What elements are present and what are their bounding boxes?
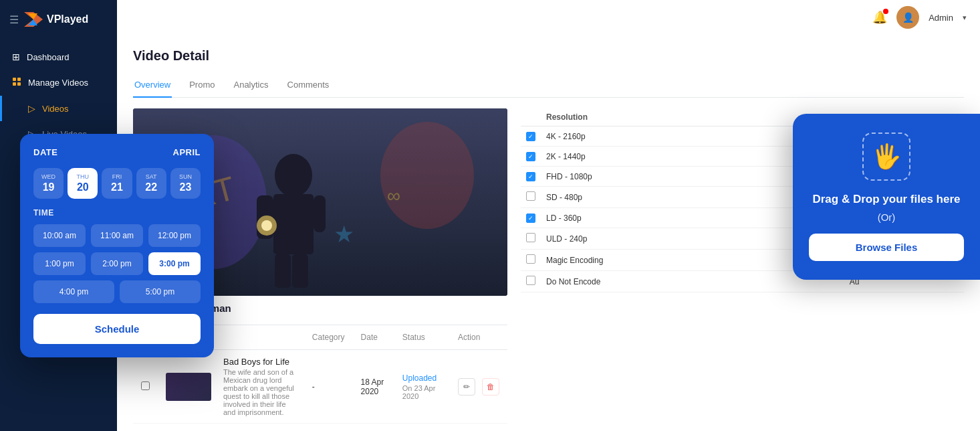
schedule-month-label: APRIL — [173, 147, 201, 157]
col-date: Date — [353, 325, 394, 350]
avatar: 👤 — [896, 6, 919, 29]
resolution-checkbox[interactable] — [526, 254, 535, 264]
file-name: Bad Boys for Life — [223, 357, 296, 367]
sidebar-item-label: Manage Videos — [28, 78, 88, 88]
file-status-date: On 23 Apr 2020 — [402, 384, 442, 400]
delete-button[interactable]: 🗑 — [482, 378, 499, 396]
resolution-checkbox[interactable] — [526, 191, 535, 201]
schedule-button[interactable]: Schedule — [33, 314, 201, 344]
tab-comments[interactable]: Comments — [286, 74, 331, 98]
file-info: Bad Boys for Life The wife and son of a … — [223, 357, 296, 416]
sidebar-item-manage-videos[interactable]: Manage Videos — [0, 70, 117, 96]
hamburger-icon[interactable]: ☰ — [9, 13, 19, 26]
topbar: 🔔 👤 Admin ▾ — [117, 0, 980, 35]
notification-dot — [883, 9, 888, 14]
sidebar-item-label: Videos — [42, 104, 69, 114]
svg-point-20 — [261, 220, 272, 231]
time-slot[interactable]: 4:00 pm — [33, 280, 114, 303]
schedule-date-label: DATE — [33, 147, 57, 157]
file-date — [353, 424, 394, 432]
svg-rect-6 — [17, 82, 21, 86]
resolution-checkbox[interactable] — [526, 233, 535, 242]
time-section-label: TIME — [33, 208, 201, 218]
edit-button[interactable]: ✏ — [458, 378, 475, 396]
time-slot[interactable]: 10:00 am — [33, 224, 86, 247]
svg-text:★: ★ — [334, 221, 354, 247]
action-icons: ✏ 🗑 — [458, 378, 499, 396]
col-category: Category — [304, 325, 353, 350]
time-slot[interactable]: 1:00 pm — [33, 252, 86, 275]
drag-drop-widget: 🖐 Drag & Drop your files here (Or) Brows… — [793, 114, 980, 280]
page-title: Video Detail — [133, 48, 964, 64]
row-checkbox[interactable] — [141, 381, 150, 390]
sidebar-item-videos[interactable]: ▷ Videos — [0, 96, 117, 121]
admin-label: Admin — [929, 13, 953, 23]
svg-rect-14 — [273, 194, 314, 254]
browse-files-button[interactable]: Browse Files — [809, 234, 964, 261]
manage-videos-icon — [12, 77, 21, 88]
table-row: Mission: Impossible 6 - Fallout — [133, 424, 507, 432]
schedule-widget: DATE APRIL Wed19Thu20Fri21Sat22Sun23 TIM… — [20, 134, 214, 357]
schedule-date-item[interactable]: Sat22 — [136, 168, 166, 199]
svg-text:∞: ∞ — [387, 185, 400, 206]
schedule-date-item[interactable]: Thu20 — [68, 168, 98, 199]
svg-rect-18 — [292, 254, 308, 288]
sidebar-item-label: Dashboard — [27, 52, 70, 62]
resolution-checkbox[interactable]: ✓ — [526, 152, 535, 161]
drag-drop-title: Drag & Drop your files here — [809, 191, 964, 207]
sidebar-item-dashboard[interactable]: ⊞ Dashboard — [0, 44, 117, 70]
file-status: Uploaded — [402, 373, 442, 383]
schedule-date-item[interactable]: Fri21 — [102, 168, 132, 199]
file-description: The wife and son of a Mexican drug lord … — [223, 368, 296, 416]
drag-drop-or: (Or) — [809, 211, 964, 223]
svg-point-13 — [275, 154, 312, 197]
file-thumbnail — [166, 373, 211, 401]
resolution-checkbox[interactable] — [526, 276, 535, 285]
schedule-header: DATE APRIL — [33, 147, 201, 157]
manage-videos-svg — [12, 77, 21, 86]
notification-icon[interactable]: 🔔 — [872, 10, 887, 25]
file-status — [394, 424, 450, 432]
dashboard-icon: ⊞ — [12, 52, 20, 62]
sidebar-header: ☰ VPlayed — [0, 0, 117, 39]
tab-promo[interactable]: Promo — [188, 74, 216, 98]
schedule-dates: Wed19Thu20Fri21Sat22Sun23 — [33, 168, 201, 199]
time-row2: 1:00 pm2:00 pm3:00 pm — [33, 252, 201, 275]
time-row1: 10:00 am11:00 am12:00 pm — [33, 224, 201, 247]
file-date: 18 Apr 2020 — [353, 350, 394, 424]
table-row: Bad Boys for Life The wife and son of a … — [133, 350, 507, 424]
time-slot[interactable]: 2:00 pm — [91, 252, 143, 275]
vplayed-logo-icon — [24, 12, 43, 27]
file-category — [304, 424, 353, 432]
file-category: - — [304, 350, 353, 424]
tab-overview[interactable]: Overview — [133, 74, 172, 98]
dropdown-arrow-icon[interactable]: ▾ — [963, 13, 967, 22]
tabs: Overview Promo Analytics Comments — [133, 74, 964, 98]
time-slot[interactable]: 3:00 pm — [148, 252, 201, 275]
svg-rect-17 — [275, 254, 291, 288]
logo-area: VPlayed — [24, 12, 88, 27]
time-row3: 4:00 pm5:00 pm — [33, 280, 201, 303]
tab-analytics[interactable]: Analytics — [232, 74, 269, 98]
col-status: Status — [394, 325, 450, 350]
svg-rect-16 — [314, 195, 326, 232]
time-slot[interactable]: 5:00 pm — [120, 280, 201, 303]
time-slot[interactable]: 12:00 pm — [148, 224, 201, 247]
resolution-checkbox[interactable]: ✓ — [526, 213, 535, 223]
svg-rect-4 — [17, 78, 21, 81]
schedule-date-item[interactable]: Wed19 — [33, 168, 64, 199]
svg-point-9 — [380, 122, 474, 229]
logo-text: VPlayed — [47, 13, 88, 25]
file-actions — [450, 424, 507, 432]
topbar-icons: 🔔 👤 Admin ▾ — [872, 6, 967, 29]
time-slot[interactable]: 11:00 am — [91, 224, 143, 247]
col-action: Action — [450, 325, 507, 350]
svg-rect-5 — [13, 82, 16, 86]
videos-icon: ▷ — [28, 103, 35, 114]
resolution-checkbox[interactable]: ✓ — [526, 132, 535, 141]
svg-rect-3 — [13, 78, 16, 81]
drag-icon-area: 🖐 — [862, 133, 910, 181]
resolution-checkbox[interactable]: ✓ — [526, 172, 535, 181]
schedule-date-item[interactable]: Sun23 — [170, 168, 201, 199]
drag-hand-icon: 🖐 — [872, 143, 902, 171]
